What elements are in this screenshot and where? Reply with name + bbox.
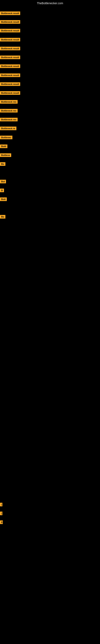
bottleneck-badge-text-7: Bottleneck result [0, 64, 20, 68]
bottleneck-badge-text-14: Bottleneck re [0, 126, 16, 130]
bottleneck-badge-text-11: Bottleneck res [0, 100, 18, 104]
bottleneck-badge-text-25: E [0, 520, 3, 524]
site-title: TheBottlenecker.com [0, 0, 100, 6]
bottleneck-badge-text-2: Bottleneck result [0, 20, 20, 24]
bottleneck-badge-text-3: Bottleneck result [0, 29, 20, 32]
bottleneck-badge-text-9: Bottleneck result [0, 82, 20, 86]
bottleneck-badge-text-16: Bottl [0, 144, 7, 148]
bottleneck-badge-text-17: Bottlene [0, 153, 11, 157]
bottleneck-badge-text-1: Bottleneck result [0, 12, 20, 15]
bottleneck-badge-text-5: Bottleneck result [0, 47, 20, 50]
bottleneck-badge-text-4: Bottleneck result [0, 38, 20, 42]
bottleneck-badge-text-22: Bo [0, 215, 5, 218]
bottleneck-badge-text-20: B [0, 188, 4, 192]
bottleneck-badge-text-15: Bottlenec [0, 136, 12, 139]
bottleneck-badge-text-19: Bot [0, 180, 6, 183]
bottleneck-badge-text-6: Bottleneck result [0, 56, 20, 59]
bottleneck-badge-text-8: Bottleneck result [0, 74, 20, 77]
bottleneck-badge-text-10: Bottleneck result [0, 91, 20, 95]
bottleneck-badge-text-23: | [0, 503, 2, 506]
bottleneck-badge-text-18: Bo [0, 162, 5, 166]
bottleneck-badge-text-12: Bottleneck res [0, 109, 18, 112]
bottleneck-badge-text-24: | [0, 512, 2, 515]
bottleneck-badge-text-13: Bottleneck res [0, 118, 18, 121]
bottleneck-badge-text-21: Bott [0, 198, 7, 201]
